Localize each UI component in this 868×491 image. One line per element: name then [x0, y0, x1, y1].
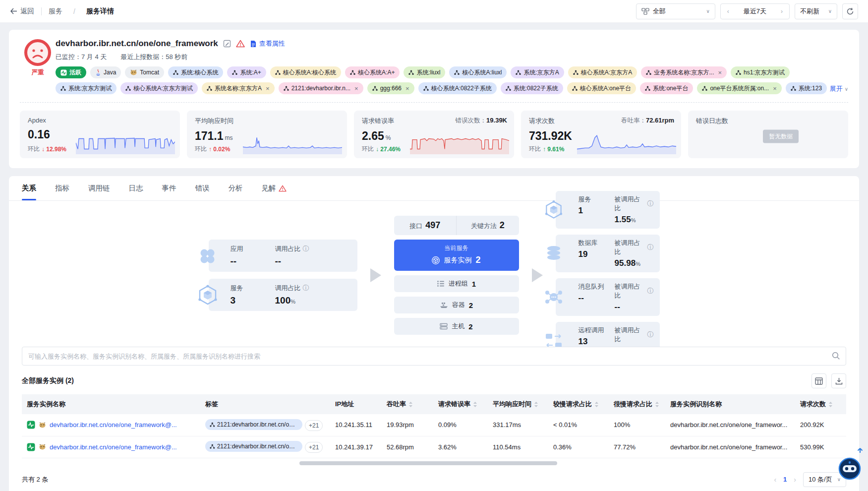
sort-icon[interactable] — [534, 401, 538, 408]
tab-调用链[interactable]: 调用链 — [88, 176, 110, 200]
container-row[interactable]: 容器 2 — [394, 297, 519, 313]
service-tag[interactable]: 核心系统A:京东方A — [568, 66, 637, 78]
close-icon[interactable]: × — [266, 85, 270, 92]
search-icon[interactable] — [832, 352, 840, 360]
column-header-吞吐率[interactable]: 吞吐率 — [382, 394, 433, 414]
info-icon[interactable]: ⓘ — [647, 243, 654, 252]
tab-关系[interactable]: 关系 — [22, 176, 36, 200]
column-header-请求错误率[interactable]: 请求错误率 — [433, 394, 488, 414]
tab-错误[interactable]: 错误 — [195, 176, 210, 200]
current-page[interactable]: 1 — [783, 476, 787, 483]
prev-page-button[interactable]: ‹ — [774, 476, 776, 484]
host-row[interactable]: 主机 2 — [394, 318, 519, 335]
metric-card-error-rate[interactable]: 请求错误率 错误次数：19.39K 2.65% 环比 ↓ 27.46% — [354, 111, 514, 158]
current-service-box[interactable]: 当前服务 服务实例 2 — [394, 240, 519, 271]
metric-card-response-time[interactable]: 平均响应时间 171.1ms 环比 ↑ 0.02% — [187, 111, 347, 158]
column-header-平均响应时间[interactable]: 平均响应时间 — [488, 394, 548, 414]
instance-search-input[interactable] — [22, 347, 846, 366]
service-tag[interactable]: 系统:京东方A — [511, 66, 564, 78]
more-tags-badge[interactable]: +21 — [305, 442, 323, 453]
downstream-database-box[interactable]: 数据库 19 被调用占比ⓘ 95.98% — [556, 235, 660, 272]
instance-tag[interactable]: 2121:devharbor.ibr.net.cn/one... — [205, 441, 302, 452]
time-prev-button[interactable]: ‹ — [721, 8, 736, 15]
warning-triangle-icon[interactable] — [236, 40, 245, 48]
sort-icon[interactable] — [473, 401, 477, 408]
interface-count[interactable]: 接口497 — [394, 216, 457, 235]
time-range-value[interactable]: 最近7天 — [736, 7, 774, 16]
tab-指标[interactable]: 指标 — [55, 176, 69, 200]
download-button[interactable] — [831, 373, 846, 388]
service-tag[interactable]: 核心系统A:0822子系统 — [418, 82, 497, 94]
view-properties-link[interactable]: 查看属性 — [250, 39, 285, 48]
service-tag[interactable]: one平台系统所属:on...× — [697, 82, 781, 94]
service-tag[interactable]: Tomcat — [125, 66, 164, 78]
metric-card-error-logs[interactable]: 错误日志数 暂无数据 — [688, 111, 848, 158]
column-header-请求次数[interactable]: 请求次数 — [795, 394, 846, 414]
downstream-mq-box[interactable]: 消息队列 -- 被调用占比ⓘ -- — [556, 278, 660, 316]
metric-card-request-count[interactable]: 请求次数 吞吐率：72.61rpm 731.92K 环比 ↑ 9.61% — [521, 111, 681, 158]
close-icon[interactable]: × — [405, 85, 409, 92]
instance-tag[interactable]: 2121:devharbor.ibr.net.cn/one... — [205, 419, 302, 430]
scope-select[interactable]: 全部 ∨ — [636, 3, 715, 19]
close-icon[interactable]: × — [354, 85, 358, 92]
info-icon[interactable]: ⓘ — [303, 284, 309, 293]
service-tag[interactable]: 系统:0822子系统 — [501, 82, 563, 94]
service-tag[interactable]: 核心系统A:京东方测试 — [120, 82, 197, 94]
info-icon[interactable]: ⓘ — [647, 287, 654, 296]
close-icon[interactable]: × — [718, 69, 722, 76]
process-group-row[interactable]: 进程组 1 — [394, 275, 519, 292]
column-settings-button[interactable] — [811, 373, 826, 388]
service-tag[interactable]: 2121:devharbor.ibr.n...× — [279, 82, 363, 94]
sort-icon[interactable] — [594, 401, 599, 408]
breadcrumb-parent[interactable]: 服务 — [49, 7, 62, 16]
instance-name-link[interactable]: devharbor.ibr.net.cn/one/one_framework@.… — [50, 421, 177, 429]
service-tag[interactable]: 系统:123 — [786, 82, 827, 94]
metric-card-apdex[interactable]: Apdex 0.16 环比 ↓ 12.98% — [20, 111, 180, 158]
time-next-button[interactable]: › — [774, 8, 789, 15]
service-tag[interactable]: 系统:one平台 — [640, 82, 693, 94]
service-tag[interactable]: 核心系统A:liuxl — [449, 66, 507, 78]
info-icon[interactable]: ⓘ — [647, 199, 654, 208]
next-page-button[interactable]: › — [794, 476, 796, 484]
service-tag[interactable]: 核心系统A:A+ — [345, 66, 400, 78]
instance-name-link[interactable]: devharbor.ibr.net.cn/one/one_framework@.… — [50, 443, 177, 451]
service-tag[interactable]: ggg:666× — [367, 82, 414, 94]
sort-icon[interactable] — [655, 401, 659, 408]
assistant-robot-button[interactable] — [838, 457, 861, 480]
service-tag[interactable]: 系统:A+ — [227, 66, 266, 78]
downstream-service-box[interactable]: 服务 1 被调用占比ⓘ 1.55% — [556, 191, 660, 229]
service-tag[interactable]: 系统:liuxl — [404, 66, 445, 78]
refresh-mode-select[interactable]: 不刷新 ∨ — [795, 3, 837, 19]
service-tag[interactable]: 系统:京东方测试 — [56, 82, 116, 94]
info-icon[interactable]: ⓘ — [647, 330, 654, 339]
service-tag[interactable]: 系统名称:京东方A× — [202, 82, 275, 94]
tab-分析[interactable]: 分析 — [229, 176, 243, 200]
service-tag[interactable]: 核心系统A:one平台 — [567, 82, 636, 94]
info-icon[interactable]: ⓘ — [303, 245, 309, 253]
key-method-count[interactable]: 关键方法2 — [457, 216, 519, 235]
column-header-较慢请求占比[interactable]: 较慢请求占比 — [548, 394, 609, 414]
tag-label: one平台系统所属:on... — [710, 84, 769, 93]
scroll-top-button[interactable] — [856, 446, 864, 454]
back-button[interactable]: 返回 — [10, 7, 34, 16]
tab-事件[interactable]: 事件 — [162, 176, 176, 200]
column-header-很慢请求占比[interactable]: 很慢请求占比 — [609, 394, 665, 414]
service-tag[interactable]: 活跃 — [56, 66, 86, 78]
sort-icon[interactable] — [408, 401, 413, 408]
service-tag[interactable]: Java — [90, 66, 121, 78]
service-tag[interactable]: 系统:核心系统 — [168, 66, 223, 78]
edit-icon[interactable] — [223, 40, 231, 48]
sort-icon[interactable] — [828, 401, 833, 408]
expand-tags-link[interactable]: 展开 ∨ — [830, 84, 848, 93]
upstream-app-box[interactable]: 应用 -- 调用占比ⓘ -- — [209, 240, 357, 272]
tab-日志[interactable]: 日志 — [129, 176, 143, 200]
service-tag[interactable]: 核心系统A:核心系统 — [270, 66, 341, 78]
upstream-service-box[interactable]: 服务 3 调用占比ⓘ 100% — [209, 279, 357, 311]
scrollbar-thumb[interactable] — [299, 461, 557, 465]
close-icon[interactable]: × — [773, 85, 777, 92]
service-tag[interactable]: hs1:京东方测试 — [731, 66, 790, 78]
service-tag[interactable]: 业务系统名称:京东方...× — [641, 66, 727, 78]
refresh-button[interactable] — [842, 3, 858, 19]
more-tags-badge[interactable]: +21 — [305, 420, 323, 431]
tab-见解[interactable]: 见解 — [262, 176, 287, 200]
